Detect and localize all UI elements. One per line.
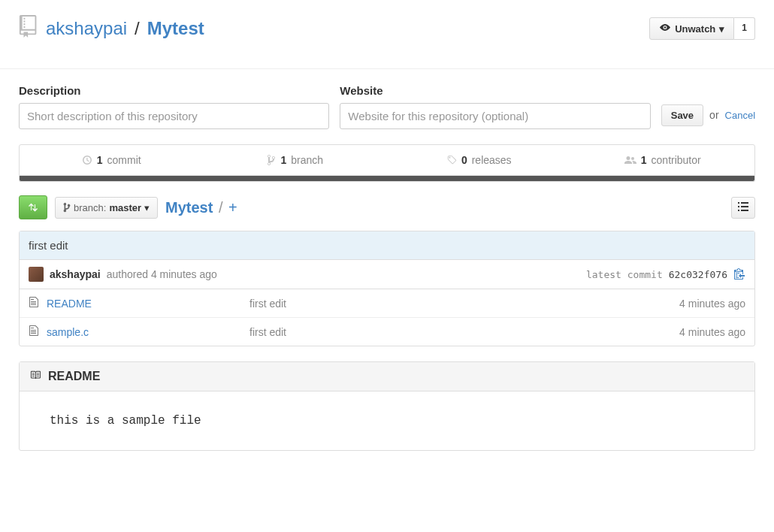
readme-panel: README this is a sample file: [19, 361, 755, 451]
readme-title: README: [48, 370, 100, 383]
file-icon: [29, 296, 39, 310]
repo-icon: [19, 15, 40, 42]
file-icon: [29, 325, 39, 339]
file-date: 4 minutes ago: [679, 298, 745, 310]
website-label: Website: [340, 84, 650, 97]
tag-icon: [446, 155, 457, 165]
commit-sha[interactable]: 62c032f076: [669, 269, 727, 280]
caret-down-icon: ▾: [719, 23, 724, 35]
owner-link[interactable]: akshaypai: [46, 18, 127, 39]
people-icon: [624, 155, 636, 165]
language-bar[interactable]: [19, 176, 755, 182]
branch-icon: [63, 202, 71, 213]
save-button[interactable]: Save: [661, 104, 703, 126]
stats-bar: 1 commit 1 branch 0 releases 1 contribut…: [19, 144, 755, 176]
book-icon: [29, 370, 42, 383]
file-link[interactable]: sample.c: [47, 326, 89, 338]
branch-selector[interactable]: branch: master ▾: [55, 197, 158, 219]
unwatch-label: Unwatch: [675, 23, 715, 35]
history-icon: [82, 155, 92, 165]
compare-button[interactable]: [19, 195, 47, 219]
file-commit-msg[interactable]: first edit: [249, 298, 679, 310]
breadcrumb: Mytest / +: [165, 199, 237, 216]
website-input[interactable]: [340, 103, 650, 129]
file-row: sample.c first edit 4 minutes ago: [20, 318, 754, 346]
svg-point-0: [664, 26, 667, 29]
separator: /: [135, 18, 140, 39]
file-date: 4 minutes ago: [679, 326, 745, 338]
latest-commit-meta: akshaypai authored 4 minutes ago latest …: [20, 260, 754, 289]
description-label: Description: [19, 84, 329, 97]
description-input[interactable]: [19, 103, 329, 129]
contributors-stat[interactable]: 1 contributor: [571, 145, 755, 175]
commit-authored-text: authored 4 minutes ago: [107, 268, 217, 280]
readme-header: README: [20, 362, 754, 391]
path-repo-link[interactable]: Mytest: [165, 199, 213, 216]
caret-down-icon: ▾: [144, 202, 150, 213]
avatar: [29, 267, 44, 282]
divider: [0, 68, 774, 69]
or-text: or: [709, 109, 718, 121]
commit-author[interactable]: akshaypai: [50, 268, 101, 280]
file-row: README first edit 4 minutes ago: [20, 289, 754, 318]
branch-icon: [267, 154, 276, 166]
repo-title: akshaypai / Mytest: [19, 15, 204, 42]
list-icon: [738, 202, 748, 211]
latest-commit-message[interactable]: first edit: [20, 231, 754, 260]
compare-icon: [27, 201, 39, 213]
readme-content: this is a sample file: [20, 391, 754, 450]
clipboard-icon[interactable]: [733, 268, 745, 282]
repo-link[interactable]: Mytest: [147, 18, 204, 38]
file-listing: first edit akshaypai authored 4 minutes …: [19, 231, 755, 346]
latest-commit-label: latest commit: [586, 269, 663, 280]
watch-count[interactable]: 1: [734, 17, 755, 40]
list-view-button[interactable]: [731, 197, 755, 219]
cancel-link[interactable]: Cancel: [725, 110, 755, 121]
commits-stat[interactable]: 1 commit: [20, 145, 204, 175]
branches-stat[interactable]: 1 branch: [204, 145, 388, 175]
file-link[interactable]: README: [47, 298, 92, 310]
eye-icon: [659, 23, 671, 35]
unwatch-button[interactable]: Unwatch ▾: [649, 17, 734, 40]
new-file-button[interactable]: +: [228, 199, 237, 216]
releases-stat[interactable]: 0 releases: [387, 145, 571, 175]
file-commit-msg[interactable]: first edit: [249, 326, 679, 338]
